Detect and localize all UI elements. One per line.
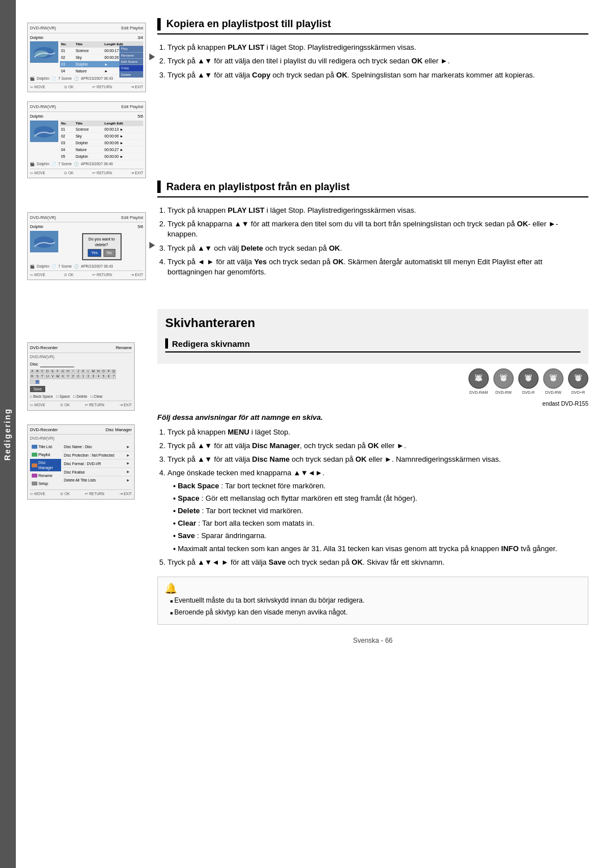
disc-icon-dvdrw2: DVD RW DVD-RW xyxy=(543,368,563,396)
note-box: 🔔 Eventuellt måste du ta bort skrivskydd… xyxy=(157,577,588,625)
dm-row-finalise: Disc Finalise► xyxy=(62,468,132,476)
dm-sidebar-setup[interactable]: Setup xyxy=(30,480,61,487)
section3-step4: Ange önskade tecken med knapparna ▲▼◄►. … xyxy=(167,468,588,553)
page: Redigering DVD-RW(VR) Edit Playlist Dolp… xyxy=(0,0,611,868)
rename-options: □ Back Space □ Space □ Delete □ Clear xyxy=(30,394,132,399)
note-item-2: Beroende på skivtyp kan den visade menyn… xyxy=(170,608,581,617)
screenshot-rename: DVD-Recorder Rename DVD-RW(VR) Disc ABC … xyxy=(27,342,135,410)
rename-disc-input[interactable] xyxy=(40,362,74,367)
sc1-footer-move: ⇦ MOVE xyxy=(30,84,45,89)
sc1-header-right: Edit Playlist xyxy=(121,25,143,32)
sc1-header-left: DVD-RW(VR) xyxy=(30,25,56,32)
svg-text:DVD: DVD xyxy=(500,374,507,377)
section2-step4: Tryck på ◄ ► för att välja Yes och tryck… xyxy=(167,257,588,277)
dm-subheader: DVD-RW(VR) xyxy=(30,436,132,441)
sc3-footer-ok: ⊙ OK xyxy=(64,272,74,277)
bullet-backspace: Back Space : Tar bort tecknet före markö… xyxy=(173,481,588,491)
note-list: Eventuellt måste du ta bort skrivskydd i… xyxy=(165,596,581,617)
svg-text:RAM: RAM xyxy=(475,378,483,381)
svg-text:DVD: DVD xyxy=(475,374,483,377)
section3-step5: Tryck på ▲▼◄ ► för att välja Save och tr… xyxy=(167,557,588,568)
sc2-footer-exit: ⇥ EXIT xyxy=(131,170,143,175)
char-grid: ABC DEF GHI JKL MNO PQ RST UVW XYZ 012 3… xyxy=(30,369,132,384)
sc3-info2: 7 Scene xyxy=(58,264,72,269)
sc2-info2: 7 Scene xyxy=(58,161,72,166)
page-number: Svenska - 66 xyxy=(157,636,588,646)
svg-text:DVD: DVD xyxy=(550,374,557,377)
dialog-yes-btn[interactable]: Yes xyxy=(88,249,101,257)
dm-sidebar-playlist[interactable]: Playlist xyxy=(30,451,61,458)
delete-dialog: Do you want to delete? Yes No xyxy=(82,233,122,260)
sc2-info1: Dolphin xyxy=(37,161,49,166)
sc3-info3: APR/23/2007 06:43 xyxy=(81,264,113,269)
rename-save-btn[interactable]: Save xyxy=(30,386,45,392)
sc1-info2: 7 Scene xyxy=(58,76,72,81)
disc-icons-row: DVD RAM DVD-RAM DVD xyxy=(468,368,588,396)
sc2-header-left: DVD-RW(VR) xyxy=(30,104,56,110)
dm-sidebar-discmgr[interactable]: Disc Manager xyxy=(30,459,61,471)
section-radera: Radera en playlistpost från en playlist … xyxy=(157,180,588,286)
dm-sidebar-rename[interactable]: Rename xyxy=(30,472,61,479)
sc3-thumb xyxy=(30,231,58,252)
dm-header-right: Disc Manager xyxy=(106,427,132,433)
redigera-skivnamn-heading: Redigera skivnamn xyxy=(165,338,580,353)
rename-header-left: DVD-Recorder xyxy=(30,345,58,351)
rename-disc-label: Disc xyxy=(30,362,38,368)
svg-text:RW: RW xyxy=(501,378,506,381)
sc1-page: 3/4 xyxy=(137,35,143,41)
right-column: Kopiera en playlistpost till playlist Tr… xyxy=(157,17,588,851)
rename-subheader: DVD-RW(VR) xyxy=(30,354,132,360)
italic-instruction: Följ dessa anvisningar för att namnge en… xyxy=(157,412,588,423)
svg-point-16 xyxy=(526,376,531,381)
svg-point-19 xyxy=(544,369,563,388)
disc-icon-dvdrw1: DVD RW DVD-RW xyxy=(493,368,514,396)
svg-point-11 xyxy=(494,369,513,388)
svg-text:+R: +R xyxy=(576,378,580,381)
sc2-header-right: Edit Playlist xyxy=(121,104,143,110)
arrow-sc1 xyxy=(149,53,155,60)
bullet-delete: Delete : Tar bort tecknet vid markören. xyxy=(173,506,588,516)
screenshot-delete: DVD-RW(VR) Edit Playlist Dolphin 5/6 xyxy=(27,212,146,281)
sc3-info1: Dolphin xyxy=(37,264,49,269)
side-tab-label: Redigering xyxy=(2,407,14,460)
sc2-thumb xyxy=(30,121,58,142)
sc3-header-left: DVD-RW(VR) xyxy=(30,215,56,221)
dialog-no-btn[interactable]: No xyxy=(104,249,115,257)
skiv-section-block: Skivhanteraren Redigera skivnamn xyxy=(157,309,588,364)
section1-step2: Tryck på ▲▼ för att välja den titel i pl… xyxy=(167,56,588,66)
delete-dialog-text: Do you want to delete? xyxy=(87,237,117,248)
svg-text:R: R xyxy=(527,378,530,381)
side-tab: Redigering xyxy=(0,0,16,868)
svg-point-24 xyxy=(575,376,581,381)
svg-point-23 xyxy=(569,369,588,388)
section1-step3: Tryck på ▲▼ för att välja Copy och tryck… xyxy=(167,70,588,80)
note-item-1: Eventuellt måste du ta bort skrivskydd i… xyxy=(170,596,581,605)
rename-header-right: Rename xyxy=(116,345,132,351)
sc1-thumb xyxy=(30,41,58,63)
svg-text:DVD: DVD xyxy=(575,374,582,377)
disc-icon-dvdram: DVD RAM DVD-RAM xyxy=(468,368,489,396)
sc3-header-right: Edit Playlist xyxy=(121,215,143,221)
dm-header-left: DVD-Recorder xyxy=(30,427,58,433)
sc2-info3: APR/23/2007 06:40 xyxy=(81,161,113,166)
section3-step1: Tryck på knappen MENU i läget Stop. xyxy=(167,427,588,437)
sc1-footer-return: ↩ RETURN xyxy=(92,84,112,89)
section2-step1: Tryck på knappen PLAY LIST i läget Stop.… xyxy=(167,205,588,216)
bullet-max: Maximalt antal tecken som kan anges är 3… xyxy=(173,544,588,554)
section3-step3: Tryck på ▲▼ för att välja Disc Name och … xyxy=(167,454,588,465)
sc2-footer-ok: ⊙ OK xyxy=(64,170,74,175)
section1-title: Kopiera en playlistpost till playlist xyxy=(157,17,588,35)
dm-sidebar-titlelist[interactable]: Title List xyxy=(30,443,61,450)
screenshot-copy-2: DVD-RW(VR) Edit Playlist Dolphin 5/6 xyxy=(27,101,146,178)
svg-text:DVD: DVD xyxy=(525,374,532,377)
svg-point-7 xyxy=(469,369,488,388)
section1-steps: Tryck på knappen PLAY LIST i läget Stop.… xyxy=(157,42,588,80)
section-kopiera: Kopiera en playlistpost till playlist Tr… xyxy=(157,17,588,89)
svg-point-8 xyxy=(476,376,481,381)
disc-icon-dvdr: DVD R DVD-R xyxy=(518,368,539,396)
svg-point-20 xyxy=(550,376,556,381)
disc-icon-dvdrplus: DVD +R DVD+R xyxy=(568,368,588,396)
dm-right: Disc Name : Disc► Disc Protection : Not … xyxy=(62,443,132,488)
sc3-subheader: Dolphin xyxy=(30,224,44,230)
section3-step4-bullets: Back Space : Tar bort tecknet före markö… xyxy=(167,481,588,554)
